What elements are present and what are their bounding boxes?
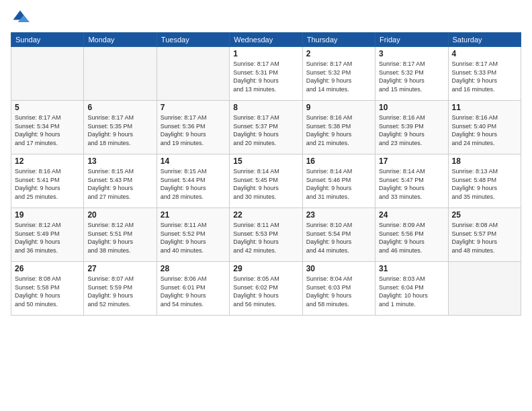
calendar-cell: 1Sunrise: 8:17 AM Sunset: 5:31 PM Daylig… (230, 47, 302, 101)
calendar-week-row: 1Sunrise: 8:17 AM Sunset: 5:31 PM Daylig… (11, 47, 521, 101)
day-info: Sunrise: 8:07 AM Sunset: 5:59 PM Dayligh… (87, 275, 152, 308)
calendar-cell: 16Sunrise: 8:14 AM Sunset: 5:46 PM Dayli… (302, 154, 375, 208)
day-info: Sunrise: 8:10 AM Sunset: 5:54 PM Dayligh… (306, 221, 371, 255)
day-number: 30 (306, 264, 371, 273)
day-number: 25 (452, 210, 517, 220)
day-number: 19 (15, 210, 80, 220)
day-number: 17 (379, 156, 444, 166)
day-number: 20 (87, 210, 152, 220)
day-info: Sunrise: 8:15 AM Sunset: 5:44 PM Dayligh… (161, 167, 226, 201)
calendar-cell: 31Sunrise: 8:03 AM Sunset: 6:04 PM Dayli… (375, 262, 448, 316)
day-number: 11 (452, 103, 517, 112)
day-info: Sunrise: 8:06 AM Sunset: 6:01 PM Dayligh… (161, 275, 226, 308)
day-info: Sunrise: 8:17 AM Sunset: 5:32 PM Dayligh… (306, 60, 371, 93)
calendar-cell: 27Sunrise: 8:07 AM Sunset: 5:59 PM Dayli… (84, 262, 157, 316)
day-info: Sunrise: 8:05 AM Sunset: 6:02 PM Dayligh… (233, 275, 298, 308)
logo-icon (11, 8, 30, 27)
day-info: Sunrise: 8:17 AM Sunset: 5:35 PM Dayligh… (87, 113, 152, 147)
day-info: Sunrise: 8:11 AM Sunset: 5:52 PM Dayligh… (161, 221, 226, 255)
day-info: Sunrise: 8:16 AM Sunset: 5:39 PM Dayligh… (379, 113, 444, 147)
day-number: 24 (379, 210, 444, 220)
day-number: 15 (233, 156, 298, 166)
day-number: 22 (233, 210, 298, 220)
day-number: 9 (306, 103, 371, 112)
calendar-week-row: 19Sunrise: 8:12 AM Sunset: 5:49 PM Dayli… (11, 208, 521, 262)
day-info: Sunrise: 8:09 AM Sunset: 5:56 PM Dayligh… (379, 221, 444, 255)
calendar-cell: 8Sunrise: 8:17 AM Sunset: 5:37 PM Daylig… (230, 101, 302, 154)
day-number: 3 (379, 49, 444, 58)
calendar-cell: 6Sunrise: 8:17 AM Sunset: 5:35 PM Daylig… (84, 101, 157, 154)
calendar-cell: 21Sunrise: 8:11 AM Sunset: 5:52 PM Dayli… (157, 208, 229, 262)
calendar-cell: 13Sunrise: 8:15 AM Sunset: 5:43 PM Dayli… (84, 154, 157, 208)
day-info: Sunrise: 8:15 AM Sunset: 5:43 PM Dayligh… (87, 167, 152, 201)
day-info: Sunrise: 8:08 AM Sunset: 5:57 PM Dayligh… (452, 221, 517, 255)
day-number: 26 (15, 264, 80, 273)
day-number: 14 (161, 156, 226, 166)
calendar-cell (84, 47, 157, 101)
page: SundayMondayTuesdayWednesdayThursdayFrid… (0, 0, 532, 411)
weekday-header: Saturday (448, 33, 521, 47)
calendar: SundayMondayTuesdayWednesdayThursdayFrid… (11, 32, 521, 316)
weekday-header: Sunday (11, 33, 84, 47)
day-info: Sunrise: 8:17 AM Sunset: 5:31 PM Dayligh… (233, 60, 298, 93)
calendar-cell: 18Sunrise: 8:13 AM Sunset: 5:48 PM Dayli… (448, 154, 521, 208)
calendar-week-row: 26Sunrise: 8:08 AM Sunset: 5:58 PM Dayli… (11, 262, 521, 316)
calendar-cell (11, 47, 84, 101)
calendar-cell: 19Sunrise: 8:12 AM Sunset: 5:49 PM Dayli… (11, 208, 84, 262)
calendar-week-row: 12Sunrise: 8:16 AM Sunset: 5:41 PM Dayli… (11, 154, 521, 208)
calendar-cell (448, 262, 521, 316)
day-info: Sunrise: 8:16 AM Sunset: 5:40 PM Dayligh… (452, 113, 517, 147)
day-info: Sunrise: 8:14 AM Sunset: 5:47 PM Dayligh… (379, 167, 444, 201)
day-number: 13 (87, 156, 152, 166)
day-info: Sunrise: 8:08 AM Sunset: 5:58 PM Dayligh… (15, 275, 80, 308)
weekday-header-row: SundayMondayTuesdayWednesdayThursdayFrid… (11, 33, 521, 47)
day-number: 8 (233, 103, 298, 112)
day-info: Sunrise: 8:13 AM Sunset: 5:48 PM Dayligh… (452, 167, 517, 201)
day-info: Sunrise: 8:17 AM Sunset: 5:33 PM Dayligh… (452, 60, 517, 93)
day-number: 18 (452, 156, 517, 166)
day-info: Sunrise: 8:14 AM Sunset: 5:46 PM Dayligh… (306, 167, 371, 201)
calendar-cell: 2Sunrise: 8:17 AM Sunset: 5:32 PM Daylig… (302, 47, 375, 101)
calendar-cell: 9Sunrise: 8:16 AM Sunset: 5:38 PM Daylig… (302, 101, 375, 154)
calendar-cell: 30Sunrise: 8:04 AM Sunset: 6:03 PM Dayli… (302, 262, 375, 316)
logo (11, 8, 32, 27)
day-info: Sunrise: 8:16 AM Sunset: 5:41 PM Dayligh… (15, 167, 80, 201)
weekday-header: Thursday (302, 33, 375, 47)
calendar-cell: 3Sunrise: 8:17 AM Sunset: 5:32 PM Daylig… (375, 47, 448, 101)
day-number: 1 (233, 49, 298, 58)
day-number: 4 (452, 49, 517, 58)
day-info: Sunrise: 8:17 AM Sunset: 5:32 PM Dayligh… (379, 60, 444, 93)
weekday-header: Friday (375, 33, 448, 47)
day-info: Sunrise: 8:17 AM Sunset: 5:34 PM Dayligh… (15, 113, 80, 147)
calendar-cell (157, 47, 229, 101)
weekday-header: Tuesday (157, 33, 229, 47)
day-number: 27 (87, 264, 152, 273)
day-number: 16 (306, 156, 371, 166)
calendar-cell: 17Sunrise: 8:14 AM Sunset: 5:47 PM Dayli… (375, 154, 448, 208)
calendar-week-row: 5Sunrise: 8:17 AM Sunset: 5:34 PM Daylig… (11, 101, 521, 154)
day-number: 7 (161, 103, 226, 112)
calendar-cell: 4Sunrise: 8:17 AM Sunset: 5:33 PM Daylig… (448, 47, 521, 101)
weekday-header: Wednesday (230, 33, 302, 47)
day-info: Sunrise: 8:12 AM Sunset: 5:51 PM Dayligh… (87, 221, 152, 255)
day-info: Sunrise: 8:17 AM Sunset: 5:37 PM Dayligh… (233, 113, 298, 147)
day-number: 29 (233, 264, 298, 273)
day-number: 31 (379, 264, 444, 273)
day-info: Sunrise: 8:16 AM Sunset: 5:38 PM Dayligh… (306, 113, 371, 147)
calendar-cell: 23Sunrise: 8:10 AM Sunset: 5:54 PM Dayli… (302, 208, 375, 262)
day-info: Sunrise: 8:14 AM Sunset: 5:45 PM Dayligh… (233, 167, 298, 201)
day-number: 6 (87, 103, 152, 112)
calendar-cell: 24Sunrise: 8:09 AM Sunset: 5:56 PM Dayli… (375, 208, 448, 262)
calendar-cell: 29Sunrise: 8:05 AM Sunset: 6:02 PM Dayli… (230, 262, 302, 316)
day-number: 12 (15, 156, 80, 166)
calendar-cell: 20Sunrise: 8:12 AM Sunset: 5:51 PM Dayli… (84, 208, 157, 262)
day-number: 23 (306, 210, 371, 220)
calendar-cell: 26Sunrise: 8:08 AM Sunset: 5:58 PM Dayli… (11, 262, 84, 316)
header (11, 8, 521, 27)
weekday-header: Monday (84, 33, 157, 47)
day-info: Sunrise: 8:04 AM Sunset: 6:03 PM Dayligh… (306, 275, 371, 308)
day-number: 5 (15, 103, 80, 112)
calendar-cell: 14Sunrise: 8:15 AM Sunset: 5:44 PM Dayli… (157, 154, 229, 208)
day-info: Sunrise: 8:03 AM Sunset: 6:04 PM Dayligh… (379, 275, 444, 308)
calendar-cell: 28Sunrise: 8:06 AM Sunset: 6:01 PM Dayli… (157, 262, 229, 316)
